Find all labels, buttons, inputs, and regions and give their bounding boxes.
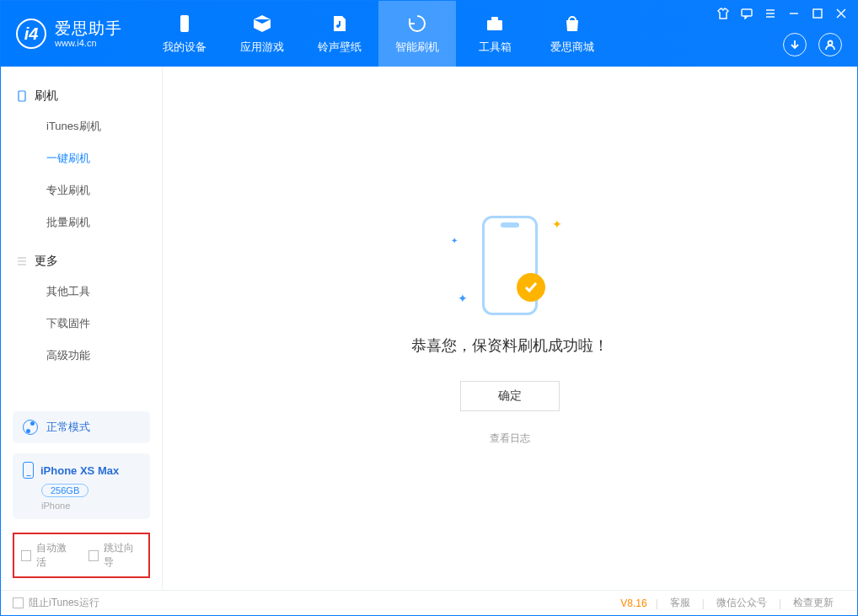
- main-tabs: 我的设备 应用游戏 铃声壁纸 智能刷机 工具箱 爱思商城: [146, 1, 611, 67]
- cube-icon: [251, 13, 273, 35]
- phone-small-icon: [23, 462, 34, 479]
- sidebar-item-advanced[interactable]: 高级功能: [1, 340, 162, 372]
- view-log-link[interactable]: 查看日志: [490, 431, 530, 446]
- menu-icon[interactable]: [764, 8, 776, 19]
- svg-point-1: [336, 24, 340, 28]
- tab-apps-games[interactable]: 应用游戏: [223, 1, 301, 67]
- checkbox-block-itunes[interactable]: [13, 597, 24, 608]
- svg-point-6: [829, 41, 833, 46]
- sidebar: 刷机 iTunes刷机 一键刷机 专业刷机 批量刷机 更多 其他工具 下载固件 …: [1, 67, 163, 590]
- sidebar-group-flash: 刷机: [1, 82, 162, 110]
- svg-rect-2: [487, 20, 502, 30]
- download-button[interactable]: [783, 33, 807, 56]
- device-type: iPhone: [41, 501, 140, 511]
- options-row: 自动激活 跳过向导: [13, 533, 150, 578]
- main-content: ✦✦✦ 恭喜您，保资料刷机成功啦！ 确定 查看日志: [163, 67, 857, 590]
- wechat-link[interactable]: 微信公众号: [705, 596, 779, 610]
- success-illustration: ✦✦✦: [442, 211, 577, 320]
- phone-icon: [16, 90, 28, 102]
- sidebar-item-other-tools[interactable]: 其他工具: [1, 276, 162, 308]
- tab-my-device[interactable]: 我的设备: [146, 1, 223, 67]
- svg-rect-4: [742, 9, 752, 16]
- svg-rect-5: [813, 9, 822, 18]
- feedback-icon[interactable]: [741, 8, 753, 19]
- app-logo: i4 爱思助手 www.i4.cn: [1, 19, 137, 49]
- close-button[interactable]: [835, 8, 847, 19]
- list-icon: [16, 255, 28, 267]
- user-button[interactable]: [818, 33, 842, 56]
- version-label: V8.16: [620, 597, 655, 609]
- app-header: i4 爱思助手 www.i4.cn 我的设备 应用游戏 铃声壁纸 智能刷机 工具…: [1, 1, 857, 67]
- app-name: 爱思助手: [55, 19, 122, 38]
- svg-rect-3: [491, 17, 498, 20]
- svg-rect-7: [19, 91, 25, 101]
- tab-toolbox[interactable]: 工具箱: [456, 1, 534, 67]
- sidebar-item-oneclick-flash[interactable]: 一键刷机: [1, 142, 162, 174]
- mode-icon: [23, 420, 38, 435]
- music-file-icon: [329, 13, 351, 35]
- device-icon: [174, 13, 196, 35]
- refresh-shield-icon: [406, 13, 428, 35]
- tab-store[interactable]: 爱思商城: [534, 1, 611, 67]
- header-actions: [783, 33, 842, 56]
- device-name: iPhone XS Max: [40, 464, 119, 477]
- sidebar-group-more: 更多: [1, 247, 162, 276]
- app-url: www.i4.cn: [55, 38, 122, 49]
- sidebar-item-download-firmware[interactable]: 下载固件: [1, 308, 162, 340]
- window-controls: [717, 8, 847, 19]
- sidebar-item-itunes-flash[interactable]: iTunes刷机: [1, 110, 162, 142]
- support-link[interactable]: 客服: [658, 596, 702, 610]
- success-message: 恭喜您，保资料刷机成功啦！: [411, 335, 609, 356]
- svg-rect-0: [180, 15, 189, 32]
- device-capacity: 256GB: [41, 484, 88, 497]
- check-update-link[interactable]: 检查更新: [781, 596, 845, 610]
- label-block-itunes: 阻止iTunes运行: [29, 596, 99, 610]
- check-icon: [517, 273, 545, 302]
- tab-ringtone-wallpaper[interactable]: 铃声壁纸: [301, 1, 378, 67]
- sidebar-item-pro-flash[interactable]: 专业刷机: [1, 174, 162, 206]
- ok-button[interactable]: 确定: [460, 381, 560, 411]
- sidebar-item-batch-flash[interactable]: 批量刷机: [1, 206, 162, 238]
- maximize-button[interactable]: [812, 8, 823, 19]
- status-bar: 阻止iTunes运行 V8.16 | 客服 | 微信公众号 | 检查更新: [1, 590, 857, 615]
- bag-icon: [561, 13, 583, 35]
- minimize-button[interactable]: [788, 8, 800, 19]
- device-info-card[interactable]: iPhone XS Max 256GB iPhone: [13, 453, 150, 519]
- toolbox-icon: [484, 13, 506, 35]
- label-auto-activate: 自动激活: [36, 541, 74, 570]
- checkbox-auto-activate[interactable]: [21, 550, 31, 561]
- label-skip-guide: 跳过向导: [104, 541, 142, 570]
- logo-icon: i4: [16, 19, 46, 49]
- tab-smart-flash[interactable]: 智能刷机: [378, 1, 456, 67]
- mode-status[interactable]: 正常模式: [13, 411, 150, 443]
- checkbox-skip-guide[interactable]: [88, 550, 99, 561]
- tshirt-icon[interactable]: [717, 8, 729, 19]
